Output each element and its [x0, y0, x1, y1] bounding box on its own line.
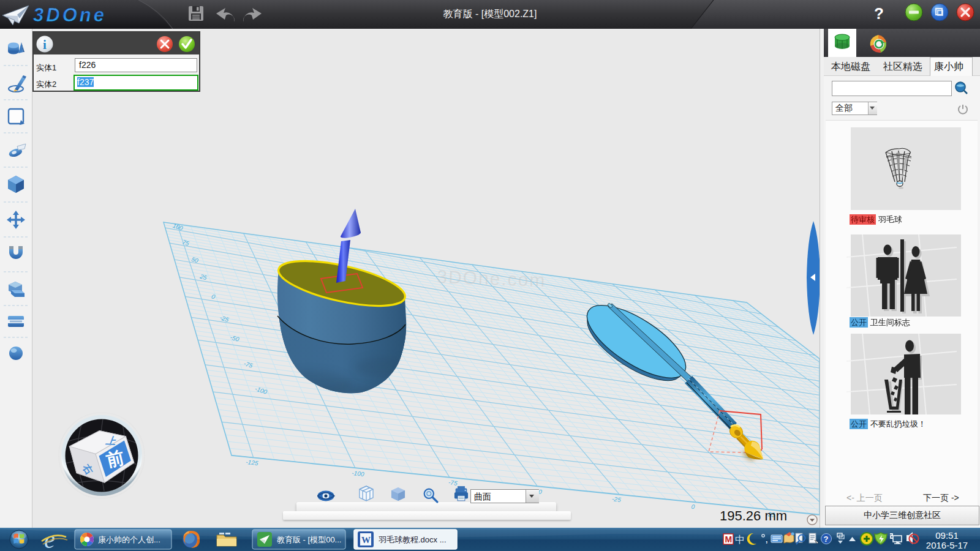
- svg-text:50: 50: [190, 256, 199, 264]
- svg-text:i: i: [43, 37, 47, 52]
- svg-text:,: ,: [766, 536, 767, 544]
- svg-text:W: W: [361, 535, 371, 545]
- svg-text:0: 0: [211, 293, 216, 300]
- svg-text:M: M: [725, 534, 733, 544]
- svg-text:教育版 - [模型00...: 教育版 - [模型00...: [277, 535, 341, 544]
- svg-text:-50: -50: [230, 334, 241, 343]
- svg-text:教育版 - [模型002.Z1]: 教育版 - [模型002.Z1]: [443, 9, 537, 19]
- svg-text:?: ?: [874, 4, 884, 23]
- svg-text:2016-5-17: 2016-5-17: [926, 540, 968, 550]
- svg-text:0: 0: [691, 503, 695, 511]
- svg-text:09:51: 09:51: [935, 530, 959, 541]
- svg-text:-100: -100: [352, 470, 365, 478]
- svg-text:中: 中: [735, 534, 745, 545]
- svg-text:3DOne.com: 3DOne.com: [437, 266, 546, 290]
- svg-text:康小帅的个人创...: 康小帅的个人创...: [98, 535, 160, 544]
- svg-text:羽毛球教程.docx ...: 羽毛球教程.docx ...: [379, 535, 447, 544]
- svg-text:3DOne: 3DOne: [33, 4, 107, 26]
- svg-text:-25: -25: [612, 495, 622, 503]
- svg-text:100: 100: [172, 222, 184, 232]
- svg-text:?: ?: [824, 534, 829, 544]
- svg-text:-125: -125: [246, 459, 259, 467]
